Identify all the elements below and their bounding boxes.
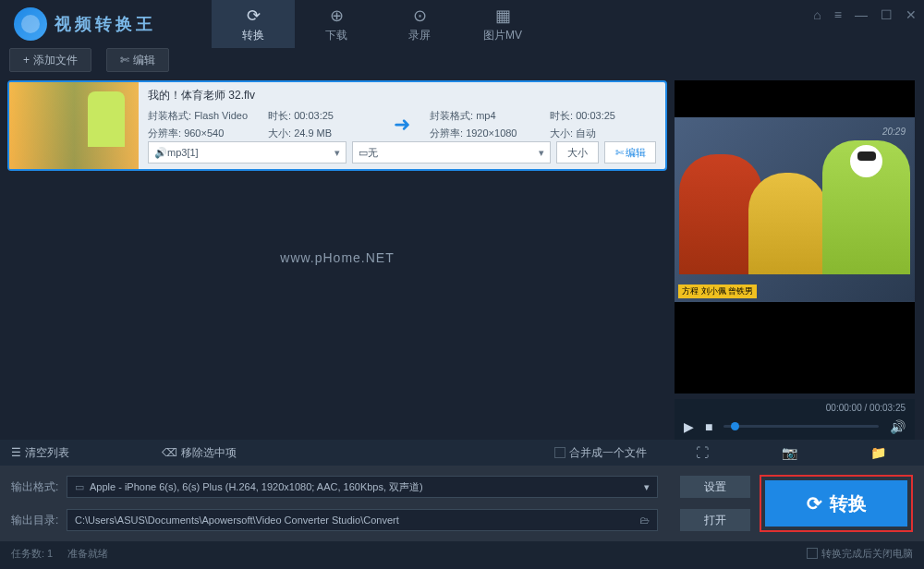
download-icon: ⊕ [330,6,344,26]
audio-icon: 🔊 [154,147,167,159]
chevron-down-icon: ▾ [644,481,650,493]
folder-icon[interactable]: 📁 [870,445,886,460]
scissors-icon: ✄ [615,147,624,159]
edit-button[interactable]: ✄ 编辑 [106,48,169,72]
device-icon: ▭ [75,481,84,493]
logo: 视频转换王 [9,7,156,41]
tab-convert[interactable]: ⟳ 转换 [212,0,295,48]
logo-text: 视频转换王 [55,13,156,35]
menu-icon[interactable]: ≡ [834,7,842,22]
merge-checkbox[interactable]: 合并成一个文件 [554,445,647,461]
item-edit-button[interactable]: ✄编辑 [604,141,656,163]
record-icon: ⊙ [413,6,427,26]
time-display: 00:00:00 / 00:03:25 [684,401,906,415]
subtitle-icon: ▭ [359,147,368,159]
slideshow-icon: ▦ [495,6,511,26]
video-preview[interactable]: 20:29 方程 刘小佩 曾铁男 [675,80,915,393]
tab-record[interactable]: ⊙ 录屏 [378,0,461,48]
convert-highlight: ⟳ 转换 [760,475,913,532]
settings-button[interactable]: 设置 [680,476,750,498]
convert-icon: ⟳ [247,6,261,26]
statusbar: 任务数: 1 准备就绪 转换完成后关闭电脑 [0,541,924,565]
output-format-select[interactable]: ▭ Apple - iPhone 6(s), 6(s) Plus (H.264,… [67,476,658,498]
tab-slideshow[interactable]: ▦ 图片MV [461,0,544,48]
action-bar: ☰清空列表 ⌫移除选中项 合并成一个文件 [0,440,658,466]
subtitle-select[interactable]: ▭无 [352,141,551,163]
stop-button[interactable]: ■ [705,419,712,434]
main-area: 我的！体育老师 32.flv 封装格式: Flash Video 分辨率: 96… [0,76,924,440]
output-dir-label: 输出目录: [11,513,59,528]
minimize-icon[interactable]: — [855,7,868,22]
browse-icon[interactable]: 🗁 [639,515,650,526]
main-tabs: ⟳ 转换 ⊕ 下载 ⊙ 录屏 ▦ 图片MV [212,0,544,48]
output-panel: 输出格式: ▭ Apple - iPhone 6(s), 6(s) Plus (… [0,466,924,541]
add-file-button[interactable]: + 添加文件 [9,48,91,72]
maximize-icon[interactable]: ☐ [881,7,893,22]
list-icon: ☰ [11,446,21,459]
file-info: 我的！体育老师 32.flv 封装格式: Flash Video 分辨率: 96… [139,82,665,169]
player-controls: 00:00:00 / 00:03:25 ▶ ■ 🔊 [675,399,915,440]
clear-list-button[interactable]: ☰清空列表 [11,445,69,461]
status-text: 准备就绪 [67,547,108,561]
file-list: 我的！体育老师 32.flv 封装格式: Flash Video 分辨率: 96… [0,76,675,440]
scissors-icon: ✄ [120,54,129,67]
convert-button[interactable]: ⟳ 转换 [765,480,907,527]
file-item[interactable]: 我的！体育老师 32.flv 封装格式: Flash Video 分辨率: 96… [7,80,667,171]
output-dir-input[interactable]: C:\Users\ASUS\Documents\Apowersoft\Video… [67,509,658,531]
tab-download[interactable]: ⊕ 下载 [295,0,378,48]
video-timestamp: 20:29 [882,127,906,137]
preview-panel: 20:29 方程 刘小佩 曾铁男 00:00:00 / 00:03:25 ▶ ■… [675,76,924,440]
file-title: 我的！体育老师 32.flv [148,88,656,103]
arrow-right-icon: ➜ [394,113,410,137]
toolbar: + 添加文件 ✄ 编辑 [0,48,924,76]
size-button[interactable]: 大小 [556,141,599,163]
video-badge: 方程 刘小佩 曾铁男 [678,284,757,298]
checkbox-icon [807,548,818,559]
task-count: 任务数: 1 [11,547,53,561]
plus-icon: + [23,54,30,67]
checkbox-icon [554,447,565,458]
audio-select[interactable]: 🔊mp3[1] [148,141,346,163]
remove-icon: ⌫ [162,446,177,459]
output-format-label: 输出格式: [11,479,59,495]
progress-bar[interactable] [723,425,879,428]
preview-tools: ⛶ 📷 📁 [658,440,924,466]
watermark: www.pHome.NET [280,250,394,265]
remove-selected-button[interactable]: ⌫移除选中项 [162,445,237,461]
snapshot-icon[interactable]: 📷 [782,445,797,460]
progress-handle[interactable] [731,422,739,430]
volume-button[interactable]: 🔊 [890,419,906,434]
cart-icon[interactable]: ⌂ [813,7,821,22]
open-button[interactable]: 打开 [680,509,750,531]
logo-icon [14,7,47,41]
shutdown-checkbox[interactable]: 转换完成后关闭电脑 [807,547,913,561]
close-icon[interactable]: ✕ [906,7,917,22]
thumbnail [9,82,139,169]
play-button[interactable]: ▶ [684,419,694,434]
refresh-icon: ⟳ [807,492,822,515]
window-controls: ⌂ ≡ — ☐ ✕ [813,7,917,22]
fullscreen-icon[interactable]: ⛶ [696,445,709,460]
titlebar: 视频转换王 ⟳ 转换 ⊕ 下载 ⊙ 录屏 ▦ 图片MV ⌂ ≡ — ☐ ✕ [0,0,924,48]
